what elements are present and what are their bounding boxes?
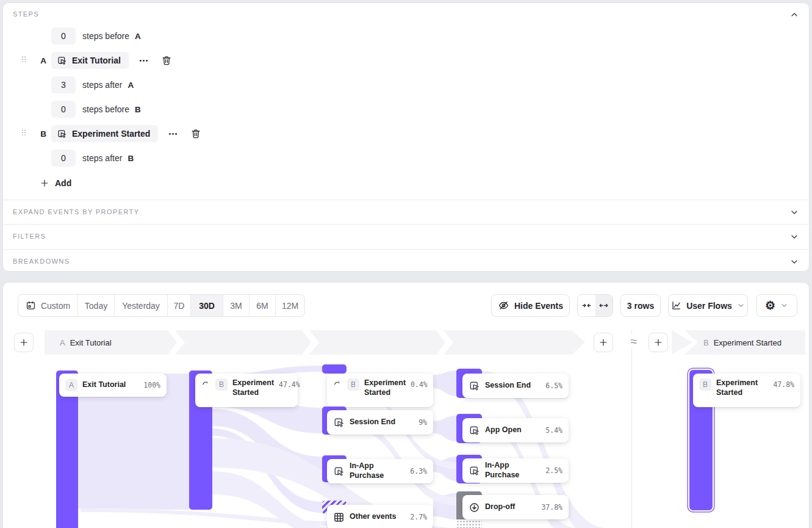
steps-count-label: steps after <box>82 153 122 163</box>
flow-node-card-oth[interactable]: Other events2.7% <box>327 505 433 528</box>
date-range-label: 6M <box>256 301 268 311</box>
date-range-label: 3M <box>230 301 242 311</box>
date-range-6m[interactable]: 6M <box>250 295 276 316</box>
flow-node-label: In-App Purchase <box>485 461 541 480</box>
settings-dropdown[interactable]: ⚙ <box>756 294 797 317</box>
flow-node-card-drop[interactable]: Drop-off37.8% <box>462 495 569 519</box>
step-a-header-band[interactable]: A Exit Tutorial <box>45 330 585 355</box>
trash-icon[interactable] <box>190 128 201 139</box>
step-b-header-band[interactable]: B Experiment Started <box>684 330 805 355</box>
flow-node-card-iap1[interactable]: In-App Purchase6.3% <box>327 459 433 483</box>
flow-node-card-b2[interactable]: BExperiment Started0.4% <box>327 374 433 407</box>
steps-count-label: steps after <box>82 80 122 90</box>
date-range-label: 12M <box>282 301 298 311</box>
flow-node-card-b1[interactable]: BExperiment Started47.4% <box>195 374 298 407</box>
steps-count-input[interactable]: 0 <box>51 150 76 167</box>
steps-count-input[interactable]: 0 <box>51 101 76 118</box>
chevron-down-icon <box>789 257 799 267</box>
step-letter-chip: B <box>699 378 711 391</box>
date-range-12m[interactable]: 12M <box>276 295 304 316</box>
collapsed-section-breakdowns[interactable]: BREAKDOWNS <box>3 250 809 273</box>
add-step-button[interactable]: Add <box>40 178 71 188</box>
date-range-yesterday[interactable]: Yesterday <box>115 295 168 316</box>
date-range-label: 7D <box>174 301 185 311</box>
flow-node-percent: 9% <box>419 418 427 427</box>
view-selector-label: User Flows <box>686 301 732 311</box>
trash-icon[interactable] <box>161 55 172 66</box>
plus-icon <box>653 338 663 347</box>
step-letter-label: B <box>39 129 48 139</box>
add-step-before-b-button[interactable] <box>649 333 668 352</box>
flow-node-percent: 5.4% <box>545 426 562 435</box>
date-range-label: Today <box>85 301 107 311</box>
flow-node-card-iap2[interactable]: In-App Purchase2.5% <box>462 458 569 483</box>
drag-handle-icon[interactable] <box>20 128 28 139</box>
step-ref-letter: A <box>135 32 141 41</box>
step-letter-chip: B <box>347 378 359 391</box>
flow-node-card-se2[interactable]: Session End6.5% <box>462 374 569 398</box>
flow-node-bar-b2[interactable] <box>322 364 347 374</box>
flow-node-percent: 6.3% <box>410 467 427 476</box>
flow-node-label: Session End <box>350 418 395 427</box>
arrows-outward-icon <box>598 300 609 311</box>
steps-count-input[interactable]: 0 <box>51 27 76 45</box>
section-title: BREAKDOWNS <box>13 258 70 265</box>
date-range-today[interactable]: Today <box>78 295 115 316</box>
date-range-7d[interactable]: 7D <box>168 295 191 316</box>
view-selector-dropdown[interactable]: User Flows <box>668 294 748 317</box>
more-options-button[interactable] <box>168 129 178 139</box>
date-range-custom[interactable]: Custom <box>18 295 78 316</box>
steps-count-input[interactable]: 3 <box>51 76 76 93</box>
plus-icon <box>40 178 49 188</box>
skip-icon <box>201 378 210 388</box>
more-options-button[interactable] <box>138 56 149 66</box>
flow-node-percent: 6.5% <box>545 382 562 390</box>
date-range-label: Yesterday <box>122 301 160 311</box>
flow-node-card-b3[interactable]: BExperiment Started47.8% <box>693 374 800 407</box>
skip-icon <box>333 378 342 388</box>
collapsed-section-expand-events-by-property[interactable]: EXPAND EVENTS BY PROPERTY <box>3 200 809 224</box>
step-count-row: 0steps beforeB <box>3 101 809 118</box>
event-selector-button[interactable]: Experiment Started <box>51 125 158 142</box>
step-count-row: 0steps beforeA <box>3 27 809 45</box>
add-step-label: Add <box>55 178 71 188</box>
flow-chart-icon <box>671 300 681 311</box>
cursor-click-icon <box>333 466 345 477</box>
step-event-row: BExperiment Started <box>3 125 809 142</box>
flow-node-percent: 2.5% <box>545 466 562 475</box>
collapse-width-button[interactable] <box>578 295 595 316</box>
step-letter-chip: A <box>65 379 77 391</box>
expand-width-button[interactable] <box>595 295 613 316</box>
collapsed-section-filters[interactable]: FILTERS <box>3 225 809 248</box>
step-separator-chevron <box>302 330 319 355</box>
step-separator-chevron <box>436 330 453 355</box>
chevron-up-icon[interactable] <box>789 10 799 20</box>
flow-node-card-se1[interactable]: Session End9% <box>327 410 433 435</box>
grid-icon <box>333 512 345 523</box>
eye-off-icon <box>498 300 509 311</box>
step-label: Experiment Started <box>714 338 781 347</box>
flow-node-card-ao[interactable]: App Open5.4% <box>462 418 569 443</box>
step-ref-letter: B <box>135 105 141 114</box>
plus-icon <box>598 338 608 347</box>
chevron-down-icon <box>737 302 745 309</box>
event-selector-button[interactable]: Exit Tutorial <box>51 52 129 69</box>
step-ref-letter: B <box>128 154 134 163</box>
step-label: Exit Tutorial <box>70 338 112 347</box>
chevron-down-icon <box>789 232 799 242</box>
flow-node-percent: 47.4% <box>279 380 300 389</box>
flow-node-card-a1[interactable]: AExit Tutorial100% <box>59 374 167 397</box>
flow-node-label: App Open <box>485 425 522 435</box>
date-range-selector: CustomTodayYesterday7D30D3M6M12M <box>18 294 305 317</box>
add-step-before-button[interactable] <box>14 333 34 352</box>
date-range-3m[interactable]: 3M <box>223 295 250 316</box>
flow-node-label: Drop-off <box>485 502 515 512</box>
steps-section-title: STEPS <box>13 10 39 18</box>
rows-count-button[interactable]: 3 rows <box>620 294 661 317</box>
flow-node-label: Other events <box>350 512 396 522</box>
date-range-30d[interactable]: 30D <box>191 295 223 316</box>
drag-handle-icon[interactable] <box>20 55 28 66</box>
add-step-between-button[interactable] <box>594 333 613 352</box>
hide-events-button[interactable]: Hide Events <box>491 294 570 317</box>
step-event-row: AExit Tutorial <box>3 52 809 69</box>
